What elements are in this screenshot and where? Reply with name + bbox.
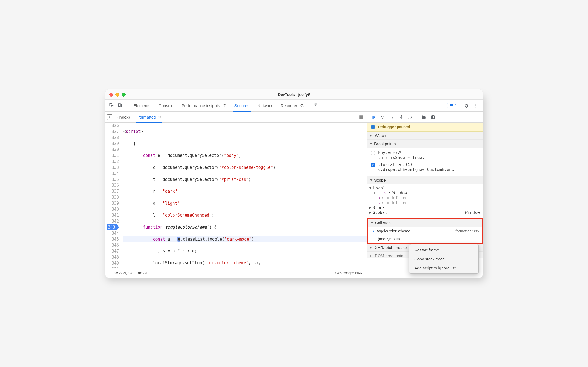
close-tab-icon[interactable]: ✕ — [158, 115, 161, 120]
section-callstack[interactable]: Call stack — [368, 219, 482, 227]
tab-recorder[interactable]: Recorder⚗ — [279, 100, 305, 111]
section-breakpoints[interactable]: Breakpoints — [367, 140, 483, 148]
close-window-button[interactable] — [109, 93, 113, 97]
maximize-window-button[interactable] — [122, 93, 126, 97]
titlebar: DevTools - jec.fyi/ — [105, 89, 483, 100]
gutter[interactable]: 326327328 329330331 332333334 335336337 … — [105, 123, 123, 268]
scope-local[interactable]: Local — [369, 186, 480, 191]
breakpoint-item[interactable]: Pay.vue:29 this.isShow = true; — [371, 149, 480, 161]
pause-on-exceptions-icon[interactable] — [430, 114, 436, 120]
traffic-lights — [109, 93, 126, 97]
deactivate-breakpoints-icon[interactable] — [421, 114, 427, 120]
sources-main: (index) :formatted ✕ 326327328 329330331… — [105, 112, 367, 278]
debugger-toolbar — [367, 112, 483, 123]
coverage-status: Coverage: N/A — [335, 270, 362, 275]
window-title: DevTools - jec.fyi/ — [128, 92, 460, 97]
paused-banner: i Debugger paused — [367, 123, 483, 132]
navigator-toggle-icon[interactable] — [107, 114, 112, 120]
settings-icon[interactable] — [464, 103, 469, 108]
menu-add-ignore-list[interactable]: Add script to ignore list — [409, 263, 478, 272]
context-menu: Restart frame Copy stack trace Add scrip… — [409, 244, 479, 274]
tab-network[interactable]: Network — [256, 100, 274, 111]
editor-tab-formatted[interactable]: :formatted ✕ — [135, 112, 164, 122]
tab-console[interactable]: Console — [157, 100, 175, 111]
resume-icon[interactable] — [371, 114, 376, 120]
flask-icon: ⚗ — [300, 103, 304, 108]
main-tabstrip: Elements Console Performance insights⚗ S… — [105, 100, 483, 112]
scope-global[interactable]: GlobalWindow — [369, 210, 480, 215]
section-scope[interactable]: Scope — [367, 176, 483, 184]
tabs-overflow-button[interactable] — [310, 103, 321, 108]
svg-rect-5 — [433, 116, 434, 118]
code-editor[interactable]: 326327328 329330331 332333334 335336337 … — [105, 123, 367, 268]
run-snippet-icon[interactable] — [359, 114, 364, 120]
editor-tabs: (index) :formatted ✕ — [105, 112, 367, 123]
devtools-window: DevTools - jec.fyi/ Elements Console Per… — [105, 89, 483, 278]
step-icon[interactable] — [408, 114, 413, 120]
svg-point-0 — [383, 118, 383, 119]
info-icon: i — [371, 125, 375, 129]
tab-performance-insights[interactable]: Performance insights⚗ — [180, 100, 228, 111]
svg-point-1 — [392, 118, 393, 119]
flask-icon: ⚗ — [223, 103, 226, 108]
scope-var[interactable]: a: undefined — [374, 195, 480, 200]
callstack-highlight: Call stack ➔ toggleColorScheme :formatte… — [367, 218, 483, 244]
menu-restart-frame[interactable]: Restart frame — [409, 245, 478, 254]
cursor-position: Line 335, Column 31 — [110, 270, 148, 275]
callstack-frame[interactable]: ➔ toggleColorScheme :formatted:335 — [368, 227, 482, 235]
statusbar: Line 335, Column 31 Coverage: N/A — [105, 268, 367, 278]
more-icon[interactable] — [473, 103, 478, 108]
tab-sources[interactable]: Sources — [233, 100, 251, 111]
svg-rect-4 — [433, 116, 433, 118]
current-frame-icon: ➔ — [371, 228, 374, 234]
callstack-frame[interactable]: (anonymous) — [368, 235, 482, 243]
issues-chip[interactable]: 1 — [447, 103, 459, 108]
svg-point-2 — [401, 115, 402, 116]
step-out-icon[interactable] — [399, 114, 404, 120]
editor-tab-index[interactable]: (index) — [115, 112, 133, 122]
section-watch[interactable]: Watch — [367, 132, 483, 139]
device-toolbar-icon[interactable] — [117, 102, 123, 109]
paused-text: Debugger paused — [378, 125, 410, 129]
svg-point-3 — [409, 118, 409, 119]
inspect-element-icon[interactable] — [109, 102, 114, 109]
minimize-window-button[interactable] — [115, 93, 119, 97]
issues-count: 1 — [455, 104, 457, 108]
breakpoint-item[interactable]: :formatted:343 c.dispatchEvent(new Custo… — [371, 161, 480, 173]
step-over-icon[interactable] — [380, 114, 386, 120]
checkbox-icon[interactable] — [371, 151, 375, 155]
code-area[interactable]: <script> { const e = document.querySelec… — [123, 123, 367, 268]
tab-elements[interactable]: Elements — [132, 100, 152, 111]
breakpoint-marker[interactable]: 343 — [107, 224, 119, 230]
menu-copy-stack-trace[interactable]: Copy stack trace — [409, 254, 478, 263]
step-into-icon[interactable] — [389, 114, 395, 120]
scope-block[interactable]: Block — [369, 205, 480, 210]
scope-var[interactable]: this: Window — [374, 191, 480, 195]
scope-var[interactable]: s: undefined — [374, 200, 480, 205]
checkbox-icon[interactable] — [371, 163, 375, 167]
